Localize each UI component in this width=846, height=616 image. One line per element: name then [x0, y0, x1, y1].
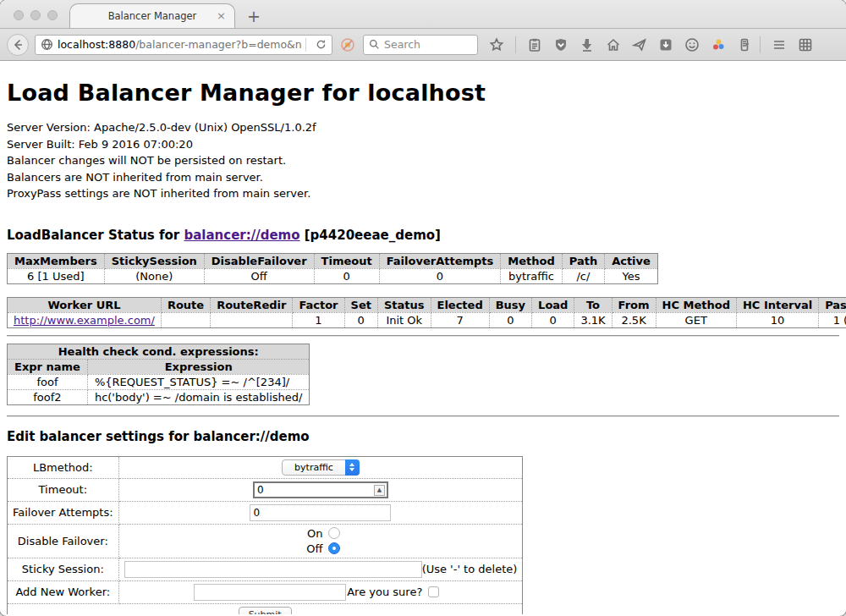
send-plane-icon[interactable]	[632, 37, 647, 52]
proxypass-note-line: ProxyPass settings are NOT inherited fro…	[7, 185, 839, 202]
device-icon	[737, 37, 752, 52]
worker-url-link[interactable]: http://www.example.com/	[14, 314, 155, 327]
persist-note-line: Balancer changes will NOT be persisted o…	[7, 152, 839, 169]
globe-icon	[41, 38, 53, 51]
worker-status-table: Worker URL Route RouteRedir Factor Set S…	[7, 297, 846, 328]
health-check-table: Health check cond. expressions: Expr nam…	[7, 344, 310, 405]
table-row: http://www.example.com/ 1 0 Init Ok 7 0 …	[8, 312, 846, 327]
balancer-status-table: MaxMembers StickySession DisableFailover…	[7, 253, 658, 284]
disable-failover-off-radio[interactable]	[328, 542, 340, 554]
back-arrow-icon	[10, 37, 25, 52]
clipboard-icon[interactable]	[527, 37, 542, 52]
table-row: foof %{REQUEST_STATUS} =~ /^[234]/	[8, 374, 310, 389]
table-header-row: MaxMembers StickySession DisableFailover…	[8, 253, 658, 268]
search-icon	[369, 39, 380, 50]
submit-row: Submit	[8, 603, 523, 614]
server-version-line: Server Version: Apache/2.5.0-dev (Unix) …	[7, 119, 839, 136]
lbmethod-select[interactable]: bytraffic	[282, 459, 360, 476]
url-host: localhost:8880	[58, 38, 135, 51]
sticky-session-input[interactable]	[124, 561, 422, 578]
select-stepper-icon	[345, 459, 360, 476]
add-worker-input[interactable]	[194, 584, 346, 601]
table-row: 6 [1 Used] (None) Off 0 0 bytraffic /c/ …	[8, 268, 658, 283]
edit-settings-heading: Edit balancer settings for balancer://de…	[7, 429, 839, 444]
toolbar-icons: ▾	[489, 36, 813, 53]
disable-failover-row: Disable Failover: On Off	[8, 524, 523, 558]
device-menu[interactable]: ▾	[737, 37, 749, 52]
search-input[interactable]	[384, 38, 472, 51]
number-spinner-icon[interactable]: ▲	[374, 485, 385, 496]
url-text[interactable]: localhost:8880/balancer-manager?b=demo&n…	[58, 38, 302, 51]
reload-button[interactable]	[310, 38, 332, 51]
timeout-input[interactable]	[253, 481, 388, 498]
reload-icon	[315, 38, 327, 51]
shield-icon[interactable]	[553, 37, 569, 52]
submit-button[interactable]: Submit	[239, 607, 292, 615]
back-button[interactable]	[7, 34, 29, 56]
url-bar[interactable]: localhost:8880/balancer-manager?b=demo&n…	[35, 35, 332, 55]
balancer-demo-link[interactable]: balancer://demo	[184, 228, 299, 243]
radio-off-label: Off	[300, 542, 322, 555]
are-you-sure-label: Are you sure?	[347, 586, 422, 598]
add-worker-row: Add New Worker: Are you sure?	[8, 580, 523, 603]
sticky-session-label: Sticky Session:	[8, 558, 119, 580]
table-title-row: Health check cond. expressions:	[8, 344, 310, 359]
tab-title: Balancer Manager	[108, 10, 197, 22]
divider	[7, 415, 839, 417]
tab-close-icon[interactable]: ×	[217, 10, 226, 21]
navigation-toolbar: localhost:8880/balancer-manager?b=demo&n…	[0, 29, 846, 61]
add-worker-label: Add New Worker:	[8, 580, 119, 603]
edit-balancer-form: LBmethod: bytraffic Timeout: ▲	[7, 456, 523, 615]
feedback-smiley-icon[interactable]	[684, 37, 700, 52]
divider	[7, 335, 839, 337]
table-header-row: Expr name Expression	[8, 359, 310, 374]
new-tab-button[interactable]: +	[235, 7, 272, 29]
failover-attempts-input[interactable]	[250, 504, 391, 521]
pocket-save-icon[interactable]	[658, 37, 673, 52]
tab-bar: Balancer Manager × +	[0, 0, 846, 29]
failover-attempts-label: Failover Attempts:	[8, 501, 119, 524]
sticky-session-note: (Use '-' to delete)	[422, 563, 518, 575]
url-path: /balancer-manager?b=demo&nonce=decc37be-…	[135, 38, 302, 51]
are-you-sure-checkbox[interactable]	[428, 586, 439, 597]
sticky-session-row: Sticky Session: (Use '-' to delete)	[8, 558, 523, 580]
downloads-icon[interactable]	[580, 37, 595, 52]
disable-failover-label: Disable Failover:	[8, 524, 119, 558]
content-blocked-icon[interactable]	[340, 37, 355, 52]
disable-failover-on-radio[interactable]	[328, 527, 340, 539]
table-header-row: Worker URL Route RouteRedir Factor Set S…	[8, 297, 846, 312]
bookmark-star-icon[interactable]	[489, 37, 504, 52]
loadbalancer-status-heading: LoadBalancer Status for balancer://demo …	[7, 228, 839, 243]
minimize-window-button[interactable]	[30, 10, 41, 20]
timeout-label: Timeout:	[8, 478, 119, 501]
lbmethod-row: LBmethod: bytraffic	[8, 456, 523, 478]
menu-hamburger-icon[interactable]	[772, 37, 787, 52]
lbmethod-label: LBmethod:	[8, 456, 119, 478]
close-window-button[interactable]	[14, 10, 24, 20]
extension-dots-icon[interactable]	[711, 37, 726, 52]
table-row: foof2 hc('body') =~ /domain is establish…	[8, 389, 310, 404]
failover-attempts-row: Failover Attempts:	[8, 501, 523, 524]
server-info: Server Version: Apache/2.5.0-dev (Unix) …	[7, 119, 839, 202]
page-title: Load Balancer Manager for localhost	[7, 61, 839, 106]
server-built-line: Server Built: Feb 9 2016 07:00:20	[7, 136, 839, 153]
tab-balancer-manager[interactable]: Balancer Manager ×	[69, 3, 235, 28]
search-bar[interactable]	[363, 35, 478, 55]
zoom-window-button[interactable]	[47, 10, 58, 20]
balancers-note-line: Balancers are NOT inherited from main se…	[7, 169, 839, 186]
radio-on-label: On	[300, 527, 322, 540]
window-controls	[14, 10, 58, 20]
timeout-row: Timeout: ▲	[8, 478, 523, 501]
tile-grid-icon[interactable]	[798, 37, 813, 52]
home-icon[interactable]	[606, 37, 621, 52]
balancer-manager-page: Load Balancer Manager for localhost Serv…	[0, 61, 846, 614]
caret-down-icon: ▾	[745, 41, 749, 48]
browser-window: Balancer Manager × + localhost:8880/bala…	[0, 0, 846, 616]
